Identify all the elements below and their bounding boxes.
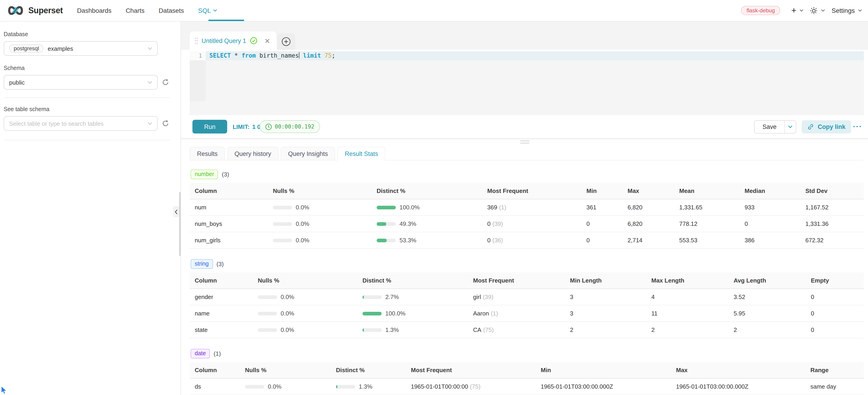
sql-token-plain: birth_names: [256, 52, 299, 59]
cell-column-name: state: [195, 327, 258, 333]
table-select[interactable]: Select table or type to search tables: [4, 116, 158, 131]
line-number: 1: [190, 51, 206, 60]
percent-label: 49.3%: [400, 220, 416, 227]
tab-result-stats[interactable]: Result Stats: [338, 147, 385, 160]
chevron-down-icon: [148, 81, 152, 84]
cell-value: 3.52: [734, 294, 811, 300]
mouse-cursor: [1, 386, 7, 395]
column-header: Nulls %: [273, 187, 377, 194]
nav-item-sql-label: SQL: [198, 7, 211, 14]
nav-item-datasets[interactable]: Datasets: [159, 7, 184, 14]
link-icon: [807, 123, 814, 130]
column-header: Max Length: [651, 277, 734, 284]
percent-cell: 2.7%: [363, 294, 473, 300]
new-item-menu[interactable]: +: [792, 7, 804, 14]
chevron-down-icon: [788, 125, 793, 128]
percent-cell: 1.3%: [363, 327, 473, 333]
cell-value: 778.12: [679, 220, 745, 227]
nav-item-charts[interactable]: Charts: [126, 7, 145, 14]
navbar-right: flask-debug + Settings: [741, 0, 862, 21]
cell-value: 1,167.52: [805, 204, 864, 211]
query-tab-strip: Untitled Query 1 ✕: [181, 22, 868, 50]
query-tab-title: Untitled Query 1: [202, 37, 246, 44]
cell-most-frequent: Aaron(1): [473, 310, 570, 317]
cell-value: 6,820: [627, 204, 679, 211]
save-options-button[interactable]: [785, 121, 796, 133]
percent-bar-track: [258, 328, 277, 332]
percent-label: 1.3%: [385, 327, 399, 333]
cell-column-name: num_girls: [195, 237, 273, 244]
database-select-value: examples: [48, 45, 148, 52]
schema-label: Schema: [4, 65, 181, 71]
theme-toggle-menu[interactable]: [810, 7, 825, 14]
run-query-button[interactable]: Run: [192, 120, 227, 133]
refresh-schemas-button[interactable]: [162, 79, 169, 86]
nav-item-dashboards[interactable]: Dashboards: [77, 7, 112, 14]
cell-value: 1,331.36: [805, 220, 864, 227]
cell-value: 2: [734, 327, 811, 333]
tab-query-insights[interactable]: Query Insights: [281, 147, 335, 160]
column-header: Empty: [811, 277, 864, 284]
percent-bar-track: [273, 206, 292, 209]
settings-menu[interactable]: Settings: [832, 7, 862, 14]
cell-most-frequent: 369(1): [487, 204, 586, 211]
most-frequent-count: (39): [483, 294, 493, 300]
result-stats-panel: number(3)ColumnNulls %Distinct %Most Fre…: [190, 160, 864, 395]
sql-token-keyword: SELECT: [209, 52, 231, 59]
more-actions-button[interactable]: ...: [853, 121, 862, 128]
cell-value: 0: [586, 220, 627, 227]
column-header: Column: [195, 367, 245, 373]
tab-query-history[interactable]: Query history: [227, 147, 279, 160]
refresh-tables-button[interactable]: [162, 120, 169, 127]
column-count: (1): [214, 350, 221, 357]
cell-column-name: ds: [195, 383, 245, 390]
column-header: Most Frequent: [411, 367, 541, 373]
result-stats-section-number: number(3)ColumnNulls %Distinct %Most Fre…: [190, 170, 864, 249]
column-header: Distinct %: [336, 367, 411, 373]
cell-value: same day: [810, 383, 864, 390]
column-header: Most Frequent: [473, 277, 570, 284]
cell-most-frequent: CA(75): [473, 327, 570, 333]
nav-item-sql[interactable]: SQL: [198, 7, 217, 14]
percent-label: 0.0%: [296, 220, 309, 227]
tab-results[interactable]: Results: [190, 147, 225, 160]
save-button[interactable]: Save: [755, 121, 785, 133]
cell-value: 0: [811, 327, 864, 333]
percent-bar-track: [377, 206, 396, 209]
resize-grip[interactable]: [520, 140, 529, 145]
cell-most-frequent: 1965-01-01T00:00:00(75): [411, 383, 541, 390]
navbar: Superset Dashboards Charts Datasets SQL …: [0, 0, 868, 22]
sql-code-editor[interactable]: 1 SELECT * from birth_names limit 75;: [190, 50, 864, 115]
sql-code-line[interactable]: SELECT * from birth_names limit 75;: [206, 51, 864, 60]
sidebar-divider: [4, 140, 170, 140]
sql-token-keyword: limit: [303, 52, 321, 59]
collapse-sidebar-button[interactable]: [173, 206, 179, 217]
brand-title: Superset: [28, 6, 63, 15]
refresh-icon: [162, 120, 169, 127]
scrollbar-thumb[interactable]: [179, 192, 181, 256]
cell-value: 2: [651, 327, 734, 333]
new-query-tab-button[interactable]: [277, 33, 295, 50]
cell-column-name: name: [195, 310, 258, 317]
copy-link-button[interactable]: Copy link: [802, 120, 851, 133]
percent-cell: 0.0%: [258, 294, 363, 300]
close-tab-icon[interactable]: ✕: [265, 37, 270, 44]
most-frequent-count: (75): [483, 327, 494, 333]
most-frequent-value: 369: [487, 204, 497, 211]
results-tab-bar: Results Query history Query Insights Res…: [190, 147, 385, 160]
percent-bar-fill: [363, 295, 364, 299]
plus-circle-icon: [282, 37, 291, 46]
percent-cell: 53.3%: [377, 237, 487, 244]
chevron-down-icon: [148, 122, 152, 125]
percent-bar-fill: [336, 385, 337, 388]
percent-cell: 0.0%: [258, 310, 363, 317]
database-select[interactable]: postgresql examples: [4, 41, 158, 56]
column-count: (3): [222, 171, 229, 178]
type-tag-number: number: [191, 170, 218, 179]
query-tab[interactable]: Untitled Query 1 ✕: [190, 32, 277, 50]
superset-brand[interactable]: Superset: [7, 5, 63, 16]
percent-bar-track: [363, 295, 382, 299]
schema-select[interactable]: public: [4, 75, 158, 90]
table-header-row: ColumnNulls %Distinct %Most FrequentMinM…: [190, 183, 864, 199]
most-frequent-value: 0: [487, 220, 491, 227]
